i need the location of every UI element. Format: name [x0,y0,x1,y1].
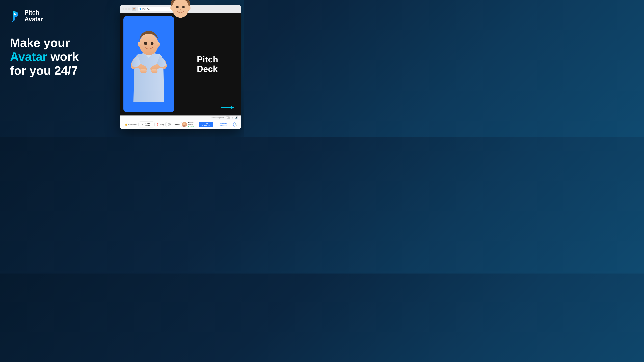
browser-window: 🏠 Pitch Av... [120,5,241,129]
browser-home-button[interactable]: 🏠 [132,7,136,11]
user-section: Emma Scott ● Online [182,121,198,127]
schedule-meeting-label: Schedule meeting [220,123,227,126]
share-slides-button[interactable]: ↗ Share slides [139,121,154,128]
pitch-avatar-logo-icon [10,10,22,22]
voice-toggle[interactable] [226,116,230,119]
dot-green [128,8,130,10]
slide-text-area: Pitch Deck ▶ [174,13,241,115]
browser-dots [122,8,130,10]
toolbar-left-buttons: 👍 Reactions ↗ Share slides ❓ FAQ 💬 Comme… [123,121,182,128]
slide-arrow: ▶ [221,105,234,110]
online-status-dot [186,126,187,127]
search-icon: 🔍 [234,123,237,126]
faq-button[interactable]: ❓ FAQ [154,122,166,127]
svg-point-18 [183,123,186,125]
faq-icon: ❓ [156,123,159,126]
svg-point-15 [138,42,141,46]
toggle-knob [226,117,228,119]
toolbar-right: Emma Scott ● Online Call Presenter Sched… [182,121,238,127]
dot-red [122,8,124,10]
svg-point-12 [139,33,158,55]
user-status: ● Online [188,125,198,127]
reactions-button[interactable]: 👍 Reactions [123,122,138,127]
headline-part1: Make your [10,36,70,49]
svg-point-13 [144,42,147,45]
slide-area: Pitch Deck ▶ [120,13,241,115]
call-presenter-button[interactable]: Call Presenter [199,122,213,127]
slide-title-line2: Deck [197,64,218,74]
user-name: Emma Scott [188,121,198,125]
arrow-line [221,107,231,108]
logo-text: Pitch Avatar [24,9,43,22]
headline-part3: for you 24/7 [10,64,78,77]
reactions-label: Reactions [128,123,137,125]
main-headline: Make your Avatar work for you 24/7 [10,36,107,77]
svg-point-9 [151,69,158,73]
dot-yellow [125,8,127,10]
favicon-icon [139,8,142,10]
svg-point-10 [140,69,146,73]
comment-label: Comment [172,123,180,125]
browser-address-bar[interactable]: Pitch Av... [138,7,185,11]
search-button[interactable]: 🔍 [233,122,238,127]
svg-point-14 [150,42,154,45]
browser-toolbar: 👍 Reactions ↗ Share slides ❓ FAQ 💬 Comme… [120,120,241,129]
browser-chrome: 🏠 Pitch Av... [120,5,241,13]
logo-container: Pitch Avatar [10,9,107,22]
svg-point-16 [157,42,160,46]
headline-avatar: Avatar [10,50,47,63]
slide-title-line1: Pitch [197,54,218,64]
logo-name-line1: Pitch [24,9,43,16]
user-avatar [182,122,187,127]
comment-icon: 💬 [168,123,171,126]
share-icon: ↗ [141,123,143,126]
browser-content: Pitch Deck ▶ [120,13,241,115]
user-info: Emma Scott ● Online [188,121,198,127]
headline-part2: work [50,50,79,63]
arrow-head-icon: ▶ [231,105,234,110]
microphone-icon: 🎙 [232,116,234,119]
presenter-figure [124,16,174,112]
voice-recognition-label: Voice recognition [212,117,224,119]
thumbs-up-icon: 👍 [124,123,127,126]
logo-name-line2: Avatar [24,16,43,23]
right-panel: 🏠 Pitch Av... [120,5,241,129]
faq-label: FAQ [160,123,164,125]
avatar-block [124,16,174,112]
voice-recognition-bar: Voice recognition 🎙 🔊 [120,115,241,120]
audio-icon: 🔊 [235,116,238,119]
schedule-meeting-button[interactable]: Schedule meeting [215,122,232,127]
address-bar-text: Pitch Av... [142,8,150,10]
call-presenter-label: Call Presenter [202,123,210,126]
left-panel: Pitch Avatar Make your Avatar work for y… [10,0,107,137]
slide-title: Pitch Deck [197,55,218,74]
share-slides-label: Share slides [144,122,152,126]
comment-button[interactable]: 💬 Comment [166,122,182,127]
